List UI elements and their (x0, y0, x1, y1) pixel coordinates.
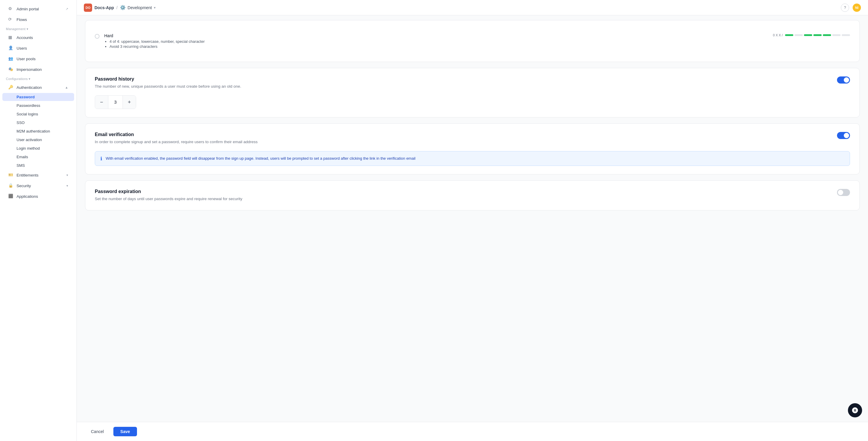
management-section-label: Management ▾ (0, 25, 76, 32)
meter-bar-7 (842, 34, 850, 36)
sidebar-item-impersonation[interactable]: 🎭 Impersonation (2, 64, 74, 74)
authentication-chevron: ▲ (65, 86, 68, 89)
help-button[interactable]: ? (841, 4, 849, 12)
actions-bar: Cancel Save (77, 422, 868, 441)
hard-label: Hard (104, 33, 768, 38)
password-history-toggle[interactable] (837, 76, 850, 84)
env-name: Development (128, 5, 152, 10)
entitlements-chevron: ▾ (66, 173, 68, 177)
user-pools-icon: 👥 (8, 56, 13, 61)
sidebar-sub-item-login-method[interactable]: Login method (2, 144, 74, 152)
sidebar-item-admin-portal[interactable]: ⚙ Admin portal ↗ (2, 4, 74, 14)
sidebar: ⚙ Admin portal ↗ ⟳ Flows Management ▾ ▦ … (0, 0, 77, 441)
password-expiration-title: Password expiration (95, 189, 242, 194)
sidebar-sub-item-m2m[interactable]: M2M authentication (2, 127, 74, 135)
hard-meter: 0 X X / (773, 33, 850, 37)
main-area: DO Docs-App / ⚙️ Development ▾ ? NI Hard… (77, 0, 868, 441)
password-expiration-text: Password expiration Set the number of da… (95, 189, 242, 202)
cancel-button[interactable]: Cancel (85, 427, 110, 436)
meter-bar-2 (795, 34, 803, 36)
password-history-title: Password history (95, 76, 241, 82)
topbar: DO Docs-App / ⚙️ Development ▾ ? NI (77, 0, 868, 15)
meter-bar-6 (832, 34, 841, 36)
impersonation-icon: 🎭 (8, 67, 13, 72)
hard-option-row: Hard 4 of 4: uppercase, lowercase, numbe… (95, 29, 850, 54)
password-expiration-card: Password expiration Set the number of da… (85, 180, 860, 211)
hard-bullet-1: 4 of 4: uppercase, lowercase, number, sp… (110, 39, 768, 44)
email-verification-desc: In order to complete signup and set a pa… (95, 139, 258, 145)
password-strength-card: Hard 4 of 4: uppercase, lowercase, numbe… (85, 20, 860, 62)
users-icon: 👤 (8, 45, 13, 51)
sidebar-sub-item-sso[interactable]: SSO (2, 119, 74, 127)
sidebar-sub-item-emails[interactable]: Emails (2, 153, 74, 161)
chatbot-fab[interactable] (848, 403, 862, 417)
admin-portal-icon: ⚙ (8, 6, 13, 11)
password-expiration-desc: Set the number of days until user passwo… (95, 196, 242, 202)
env-chevron: ▾ (154, 6, 156, 10)
env-selector[interactable]: ⚙️ Development ▾ (120, 5, 156, 10)
password-history-header: Password history The number of new, uniq… (95, 76, 850, 89)
email-verification-text: Email verification In order to complete … (95, 132, 258, 145)
admin-portal-chevron: ↗ (66, 7, 68, 11)
hard-bullets: 4 of 4: uppercase, lowercase, number, sp… (104, 39, 768, 49)
sidebar-sub-item-password[interactable]: Password (2, 93, 74, 101)
avatar[interactable]: NI (852, 4, 861, 12)
password-expiration-header: Password expiration Set the number of da… (95, 189, 850, 202)
sidebar-sub-item-social-logins[interactable]: Social logins (2, 110, 74, 118)
meter-bar-4 (813, 34, 822, 36)
sidebar-item-accounts[interactable]: ▦ Accounts (2, 32, 74, 42)
topbar-right: ? NI (841, 4, 861, 12)
meter-bar-3 (804, 34, 812, 36)
sidebar-item-entitlements[interactable]: 🎫 Entitlements ▾ (2, 170, 74, 180)
applications-icon: ⬛ (8, 194, 13, 199)
stepper-decrement[interactable]: − (95, 96, 108, 108)
content-area: Hard 4 of 4: uppercase, lowercase, numbe… (77, 15, 868, 422)
configurations-section-label: Configurations ▾ (0, 75, 76, 82)
stepper-increment[interactable]: + (123, 96, 136, 108)
password-history-stepper: − 3 + (95, 95, 136, 109)
accounts-icon: ▦ (8, 35, 13, 40)
security-icon: 🔒 (8, 183, 13, 188)
sidebar-item-applications[interactable]: ⬛ Applications (2, 191, 74, 201)
security-chevron: ▾ (66, 184, 68, 188)
stepper-value: 3 (108, 96, 123, 108)
app-icon: DO (84, 4, 92, 12)
breadcrumb-separator: / (116, 5, 118, 10)
info-text: With email verification enabled, the pas… (106, 156, 415, 161)
email-verification-header: Email verification In order to complete … (95, 132, 850, 145)
sidebar-item-user-pools[interactable]: 👥 User pools (2, 54, 74, 64)
authentication-icon: 🔑 (8, 85, 13, 90)
email-verification-toggle[interactable] (837, 132, 850, 139)
hard-radio[interactable] (95, 34, 99, 39)
email-verification-card: Email verification In order to complete … (85, 123, 860, 174)
sidebar-item-authentication[interactable]: 🔑 Authentication ▲ (2, 82, 74, 92)
sidebar-sub-item-user-activation[interactable]: User activation (2, 136, 74, 144)
meter-bar-5 (823, 34, 831, 36)
password-history-desc: The number of new, unique passwords a us… (95, 84, 241, 89)
email-verification-info: ℹ With email verification enabled, the p… (95, 151, 850, 166)
sidebar-sub-item-passwordless[interactable]: Passwordless (2, 101, 74, 109)
password-history-text: Password history The number of new, uniq… (95, 76, 241, 89)
hard-bullet-2: Avoid 3 recurring characters (110, 44, 768, 49)
password-expiration-toggle[interactable] (837, 189, 850, 196)
sidebar-sub-item-sms[interactable]: SMS (2, 161, 74, 169)
password-history-card: Password history The number of new, uniq… (85, 68, 860, 118)
env-icon: ⚙️ (120, 5, 126, 10)
sidebar-item-users[interactable]: 👤 Users (2, 43, 74, 53)
email-verification-title: Email verification (95, 132, 258, 137)
info-icon: ℹ (100, 156, 102, 161)
sidebar-item-security[interactable]: 🔒 Security ▾ (2, 181, 74, 191)
sidebar-item-flows[interactable]: ⟳ Flows (2, 14, 74, 25)
flows-icon: ⟳ (8, 17, 13, 22)
meter-bar-1 (785, 34, 793, 36)
entitlements-icon: 🎫 (8, 172, 13, 178)
chatbot-icon (851, 407, 859, 414)
hard-content: Hard 4 of 4: uppercase, lowercase, numbe… (104, 33, 768, 49)
meter-label: 0 X X / (773, 33, 783, 37)
app-name[interactable]: Docs-App (94, 5, 114, 10)
save-button[interactable]: Save (113, 427, 137, 436)
